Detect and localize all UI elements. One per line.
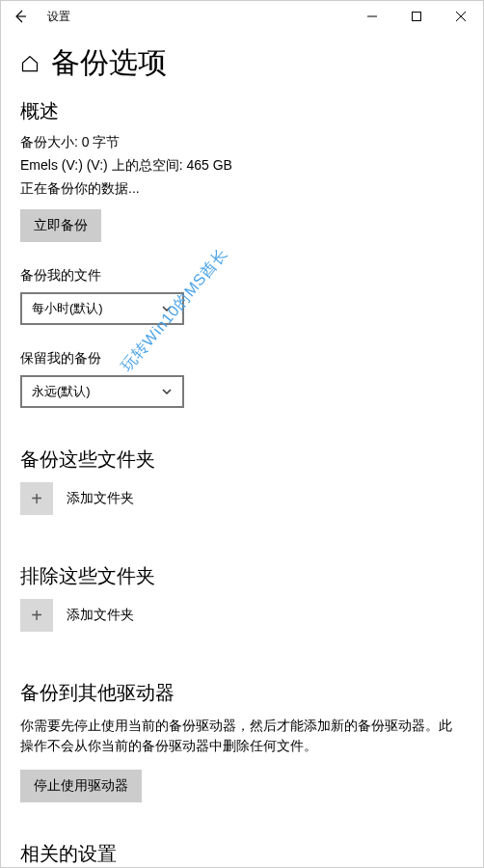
home-icon	[20, 54, 40, 73]
add-include-folder-button[interactable]: + 添加文件夹	[20, 482, 464, 515]
backup-size-text: 备份大小: 0 字节	[20, 134, 464, 151]
include-folders-heading: 备份这些文件夹	[20, 447, 464, 473]
back-arrow-icon	[13, 9, 28, 24]
add-include-folder-label: 添加文件夹	[67, 490, 134, 507]
back-button[interactable]	[1, 9, 40, 24]
other-drive-desc: 你需要先停止使用当前的备份驱动器，然后才能添加新的备份驱动器。此操作不会从你当前…	[20, 716, 464, 756]
chevron-down-icon	[161, 303, 173, 314]
plus-icon: +	[20, 599, 53, 632]
other-drive-heading: 备份到其他驱动器	[20, 680, 464, 706]
maximize-icon	[412, 12, 421, 21]
frequency-value: 每小时(默认)	[32, 300, 103, 317]
exclude-folders-heading: 排除这些文件夹	[20, 563, 464, 589]
retention-select[interactable]: 永远(默认)	[20, 375, 184, 408]
minimize-icon	[367, 12, 377, 21]
minimize-button[interactable]	[350, 1, 394, 32]
overview-heading: 概述	[20, 98, 464, 124]
frequency-select[interactable]: 每小时(默认)	[20, 292, 184, 325]
drive-space-text: Emels (V:) (V:) 上的总空间: 465 GB	[20, 157, 464, 175]
page-title: 备份选项	[51, 43, 167, 83]
plus-icon: +	[20, 482, 53, 515]
close-button[interactable]	[439, 1, 483, 32]
maximize-button[interactable]	[394, 1, 439, 32]
retention-value: 永远(默认)	[32, 383, 91, 400]
backup-now-button[interactable]: 立即备份	[20, 209, 101, 242]
stop-drive-button[interactable]: 停止使用驱动器	[20, 770, 142, 802]
related-heading: 相关的设置	[20, 841, 464, 867]
add-exclude-folder-label: 添加文件夹	[67, 607, 134, 624]
home-button[interactable]	[20, 54, 40, 73]
add-exclude-folder-button[interactable]: + 添加文件夹	[20, 599, 464, 632]
backup-status-text: 正在备份你的数据...	[20, 180, 464, 198]
window-title: 设置	[40, 9, 70, 25]
frequency-label: 备份我的文件	[20, 267, 464, 285]
retention-label: 保留我的备份	[20, 350, 464, 367]
chevron-down-icon	[161, 386, 173, 397]
svg-rect-2	[413, 13, 421, 21]
close-icon	[456, 12, 466, 21]
